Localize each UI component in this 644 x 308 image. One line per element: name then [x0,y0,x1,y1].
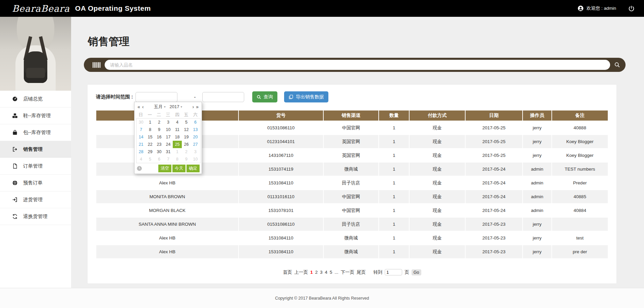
search-icon[interactable] [614,62,620,68]
calendar-day[interactable]: 3 [191,148,200,156]
calendar-day[interactable]: 13 [191,126,200,133]
calendar-day[interactable]: 9 [182,156,191,163]
calendar-day[interactable]: 5 [146,156,155,163]
calendar-day[interactable]: 6 [191,119,200,126]
go-button[interactable]: Go [412,269,421,275]
export-sales-button[interactable]: 导出销售数据 [284,91,328,102]
export-button-label: 导出销售数据 [296,94,324,100]
calendar-day[interactable]: 2 [182,148,191,156]
calendar-day[interactable]: 24 [164,141,173,148]
cell-remark: Preder [552,176,608,189]
next-page-link[interactable]: 下一页 [341,269,355,275]
ok-button[interactable]: 确定 [186,165,200,172]
cell-sku: 01531086110 [239,121,323,134]
calendar-day[interactable]: 8 [173,156,182,163]
cell-operator: jerry [523,121,551,134]
calendar-day[interactable]: 26 [182,141,191,148]
sidebar-item-presale-orders[interactable]: 预售订单 [0,175,71,191]
cell-name: MONITA BROWN [96,190,238,203]
calendar-day[interactable]: 16 [155,133,164,141]
sidebar-item-shop-overview[interactable]: 店铺总览 [0,91,71,107]
calendar-day[interactable]: 21 [137,141,146,148]
calendar-day[interactable]: 7 [137,126,146,133]
calendar-day[interactable]: 5 [182,119,191,126]
calendar-day[interactable]: 23 [155,141,164,148]
calendar-day[interactable]: 10 [164,126,173,133]
calendar-day[interactable]: 17 [164,133,173,141]
sidebar-item-label: 预售订单 [23,180,43,186]
next-month-icon[interactable]: › [192,104,195,109]
calendar-day[interactable]: 3 [164,119,173,126]
calendar-day[interactable]: 22 [146,141,155,148]
calendar-day[interactable]: 19 [182,133,191,141]
calendar-day[interactable]: 30 [155,148,164,156]
power-icon[interactable] [628,5,635,12]
calendar-day[interactable]: 29 [146,148,155,156]
clock-icon[interactable] [137,166,142,171]
sidebar-item-purchase[interactable]: 进货管理 [0,191,71,208]
page-footer: Copyright © 2017 BearaBeara All Rights R… [0,288,644,308]
cell-channel: 微商城 [324,163,378,176]
clear-button[interactable]: 清空 [158,165,171,172]
calendar-day[interactable]: 20 [191,133,200,141]
date-to-input[interactable] [202,92,244,102]
prev-page-link[interactable]: 上一页 [294,269,308,275]
prev-year-icon[interactable]: « [137,104,141,109]
column-header: 付款方式 [410,111,465,121]
calendar-day[interactable]: 4 [137,156,146,163]
calendar-day[interactable]: 4 [173,119,182,126]
sidebar-item-orders[interactable]: 订单管理 [0,158,71,175]
last-page-link[interactable]: 尾页 [357,269,366,275]
refresh-icon [12,214,18,219]
search-input[interactable] [105,60,610,70]
next-year-icon[interactable]: » [195,104,200,109]
calendar-footer: 清空今天确定 [135,163,202,174]
cell-qty: 1 [379,231,409,245]
calendar-day[interactable]: 1 [146,119,155,126]
sidebar-item-shoes-stock[interactable]: 鞋--库存管理 [0,107,71,124]
calendar-day[interactable]: 27 [191,141,200,148]
year-select[interactable]: 2017 ▾ [170,104,182,109]
calendar-day[interactable]: 11 [173,126,182,133]
page-number-5[interactable]: 5 [330,270,332,275]
calendar-day[interactable]: 18 [173,133,182,141]
calendar-day[interactable]: 7 [164,156,173,163]
cell-channel: 中国官网 [324,204,378,217]
month-select[interactable]: 五月 ▾ [154,104,166,110]
cell-qty: 1 [379,176,409,189]
calendar-day[interactable]: 8 [146,126,155,133]
page-number-3[interactable]: 3 [320,270,323,275]
sidebar-item-bags-stock[interactable]: 包--库存管理 [0,124,71,141]
today-button[interactable]: 今天 [172,165,185,172]
calendar-day[interactable]: 12 [182,126,191,133]
query-button[interactable]: 查询 [252,91,277,102]
goto-page-input[interactable] [385,269,402,275]
calendar-day[interactable]: 25 [173,141,182,148]
sales-panel: 请选择时间范围 : - 查询 导出销售数据 « ‹ [87,84,617,284]
page-number-4[interactable]: 4 [325,270,328,275]
first-page-link[interactable]: 首页 [283,269,292,275]
calendar-footer-buttons: 清空今天确定 [157,165,200,172]
calendar-day[interactable]: 1 [173,148,182,156]
calendar-day[interactable]: 30 [137,119,146,126]
calendar-day[interactable]: 14 [137,133,146,141]
calendar-day[interactable]: 6 [155,156,164,163]
brand-logo[interactable]: BearaBeara [12,3,70,14]
calendar-day[interactable]: 15 [146,133,155,141]
calendar-day[interactable]: 10 [191,156,200,163]
date-from-input[interactable] [136,92,177,102]
table-row: MORGAN BLACK1531078101中国官网1现金2017-05-24a… [96,204,608,217]
calendar-day[interactable]: 31 [164,148,173,156]
cell-operator: jerry [523,231,551,245]
sidebar-item-sales[interactable]: 销售管理 [0,141,71,158]
page-number-2[interactable]: 2 [315,270,318,275]
cell-date: 2017-05-25 [466,121,522,134]
year-label: 2017 [170,104,179,109]
calendar-day[interactable]: 28 [137,148,146,156]
calendar-day[interactable]: 2 [155,119,164,126]
sidebar-item-returns[interactable]: 退换货管理 [0,208,71,225]
page-number-1[interactable]: 1 [310,270,313,275]
prev-month-icon[interactable]: ‹ [141,104,145,109]
welcome-area: 欢迎您 : admin [578,5,616,11]
calendar-day[interactable]: 9 [155,126,164,133]
